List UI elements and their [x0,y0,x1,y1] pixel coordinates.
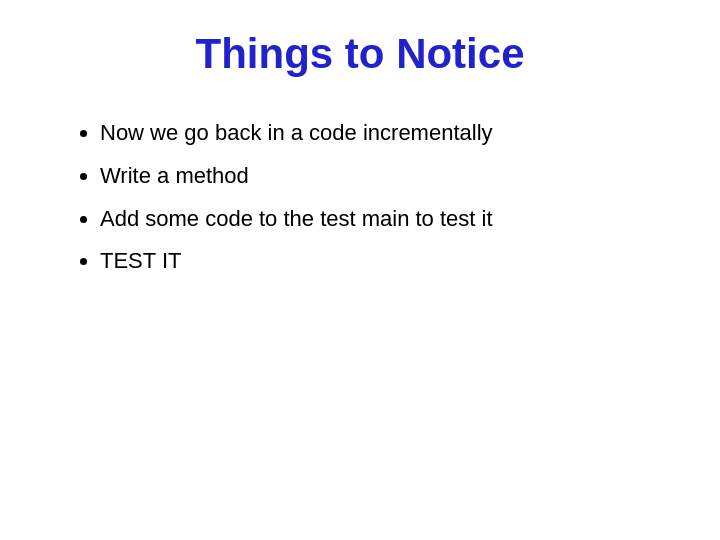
list-item: TEST IT [100,246,660,277]
bullet-list: Now we go back in a code incrementally W… [60,118,660,289]
slide-container: Things to Notice Now we go back in a cod… [0,0,720,540]
list-item: Write a method [100,161,660,192]
list-item: Add some code to the test main to test i… [100,204,660,235]
list-item: Now we go back in a code incrementally [100,118,660,149]
slide-title: Things to Notice [60,30,660,78]
